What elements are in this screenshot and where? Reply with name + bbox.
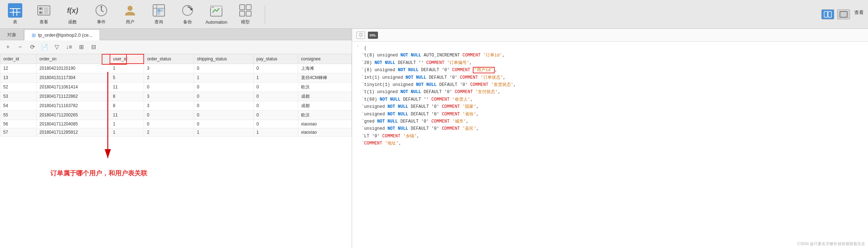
cell-pay_status: 0: [253, 92, 298, 101]
cell-order_status: 2: [144, 73, 194, 82]
cell-user_id: 11: [110, 82, 144, 92]
cell-order_status: 2: [144, 128, 194, 136]
toolbar-right-views: 查看: [821, 9, 864, 19]
col-user-id[interactable]: user_id: [110, 54, 144, 64]
svg-point-14: [101, 6, 102, 8]
table-row: 5620180417112040851000xiaoxiao: [0, 120, 352, 128]
cell-order_id: 52: [0, 82, 37, 92]
cell-order_id: 13: [0, 73, 37, 82]
view-split-btn[interactable]: [821, 9, 834, 19]
grid-btn[interactable]: ⊞: [76, 43, 86, 51]
toolbar-item-view[interactable]: 查看: [33, 3, 55, 25]
cell-shipping_status: 0: [194, 101, 254, 110]
cell-pay_status: 0: [253, 82, 298, 92]
cell-user_id: 5: [110, 73, 144, 82]
cell-order_id: 57: [0, 128, 37, 136]
svg-rect-27: [212, 7, 214, 8]
view-icon: [37, 3, 51, 18]
toolbar-item-table[interactable]: 表: [4, 3, 26, 25]
cell-order_sn: 2018041711061414: [36, 82, 110, 92]
info-button[interactable]: ⓘ: [356, 32, 365, 39]
cell-shipping_status: 0: [194, 120, 254, 128]
cell-shipping_status: 0: [194, 82, 254, 92]
toolbar-item-user[interactable]: 用户: [119, 3, 141, 25]
filter-btn[interactable]: ▽: [52, 43, 62, 51]
cell-shipping_status: 1: [194, 128, 254, 136]
toolbar-label-event: 事件: [97, 19, 106, 25]
code-line: ` (: [356, 45, 864, 52]
table-content: order_id order_sn user_id order_status s…: [0, 54, 352, 137]
svg-rect-8: [44, 7, 49, 14]
col-order-status[interactable]: order_status: [144, 54, 194, 64]
cell-shipping_status: 0: [194, 92, 254, 101]
table-row: 52201804171106141411000欧沃: [0, 82, 352, 92]
cell-order_status: 3: [144, 92, 194, 101]
code-area: ` ( `t(8) unsigned NOT NULL AUTO_INCREME…: [352, 42, 868, 248]
cell-order_id: 53: [0, 92, 37, 101]
code-line: `unsigned NOT NULL DEFAULT '0' COMMENT '…: [356, 125, 864, 132]
svg-rect-20: [160, 9, 163, 12]
refresh-btn[interactable]: ⟳: [27, 43, 37, 51]
cell-consignee: 欧沃: [298, 82, 351, 92]
svg-rect-28: [240, 5, 245, 10]
table-row: 5420180417111637828300成都: [0, 101, 352, 110]
svg-point-10: [40, 12, 41, 13]
main-area: 对象 ⊞ tp_order@tpshop2.0 (ce... ＋ − ⟳ 📄 ▽…: [0, 29, 868, 248]
cell-order_status: 3: [144, 64, 194, 73]
tab-object[interactable]: 对象: [0, 30, 24, 40]
col-consignee[interactable]: consignee: [298, 54, 351, 64]
cell-order_sn: 201804210120190: [36, 64, 110, 73]
toolbar-item-func[interactable]: f(x) 函数: [62, 3, 83, 25]
svg-rect-31: [246, 11, 251, 16]
col-order-sn[interactable]: order_sn: [36, 54, 110, 64]
right-header: ⓘ DDL: [352, 29, 868, 42]
svg-rect-19: [157, 9, 160, 12]
table-icon: [8, 3, 22, 18]
delete-record-btn[interactable]: −: [15, 43, 25, 51]
sort-btn[interactable]: ↓≡: [64, 43, 74, 51]
cell-order_id: 54: [0, 101, 37, 110]
svg-rect-21: [157, 12, 160, 15]
table-tab-icon: ⊞: [32, 32, 36, 38]
cell-order_sn: 2018041711163782: [36, 101, 110, 110]
col-pay-status[interactable]: pay_status: [253, 54, 298, 64]
toolbar-label-func: 函数: [68, 19, 77, 25]
cell-order_id: 55: [0, 110, 37, 120]
toolbar-label-query: 查询: [154, 19, 163, 25]
toolbar-label-automation: Automation: [206, 20, 227, 25]
toolbar-item-query[interactable]: 查询: [148, 3, 170, 25]
code-line: `unsigned NOT NULL DEFAULT '0' COMMENT '…: [356, 111, 864, 118]
cell-order_sn: 2018041711122862: [36, 92, 110, 101]
tab-table-active[interactable]: ⊞ tp_order@tpshop2.0 (ce...: [24, 29, 100, 40]
toolbar-item-model[interactable]: 模型: [235, 3, 256, 25]
svg-rect-34: [840, 12, 847, 17]
col-shipping-status[interactable]: shipping_status: [194, 54, 254, 64]
svg-rect-0: [10, 5, 20, 16]
code-line: `t(8) unsigned NOT NULL AUTO_INCREMENT C…: [356, 52, 864, 59]
cell-pay_status: 0: [253, 120, 298, 128]
toolbar-label-view: 查看: [40, 19, 48, 25]
svg-rect-32: [824, 12, 827, 17]
table-row: 5720180417112859121211xiaoxiao: [0, 128, 352, 136]
event-icon: [94, 3, 108, 18]
toolbar-item-automation[interactable]: Automation: [206, 4, 227, 25]
cell-pay_status: 0: [253, 64, 298, 73]
toolbar-label-backup: 备份: [183, 19, 192, 25]
view-single-btn[interactable]: [837, 9, 850, 19]
cell-order_sn: 2018041711285912: [36, 128, 110, 136]
tab-object-label: 对象: [7, 32, 17, 38]
cell-order_status: 0: [144, 120, 194, 128]
toolbar-item-event[interactable]: 事件: [91, 3, 112, 25]
cell-pay_status: 1: [253, 128, 298, 136]
ddl-button[interactable]: DDL: [368, 32, 378, 39]
col-order-id[interactable]: order_id: [0, 54, 37, 64]
cell-consignee: 成都: [298, 101, 351, 110]
cell-pay_status: 0: [253, 101, 298, 110]
toolbar-item-backup[interactable]: 备份: [177, 3, 198, 25]
note-btn[interactable]: 📄: [40, 43, 50, 51]
backup-icon: [180, 3, 195, 18]
export-btn[interactable]: ⊟: [88, 43, 98, 51]
cell-pay_status: 0: [253, 110, 298, 120]
cell-order_status: 3: [144, 101, 194, 110]
add-record-btn[interactable]: ＋: [3, 43, 13, 51]
